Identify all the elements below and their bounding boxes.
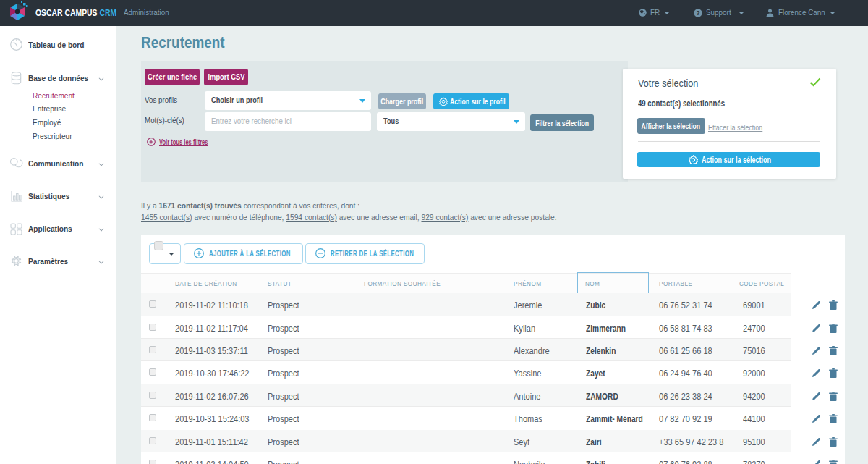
svg-text:?: ? — [696, 9, 699, 17]
